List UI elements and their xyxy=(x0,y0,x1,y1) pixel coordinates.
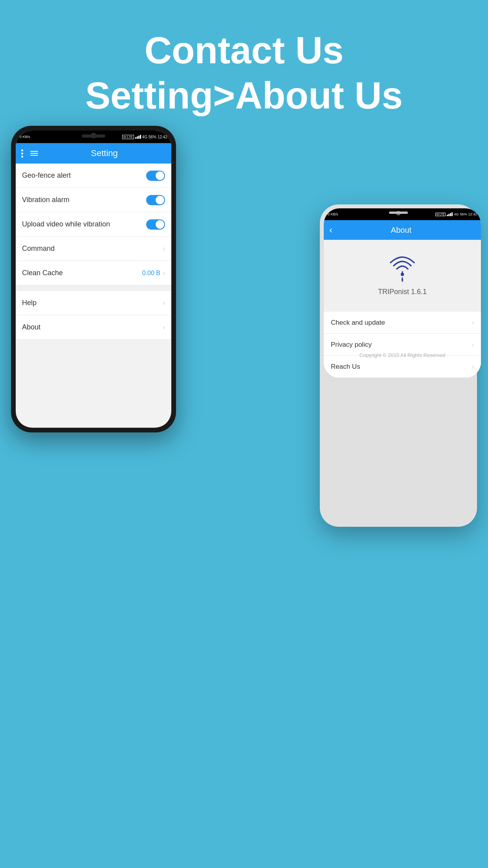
settings-list: Geo-fence alert Vibration alarm Upload v… xyxy=(16,164,171,285)
copyright-text: Copyright © 2015 All Rights Reserved xyxy=(324,344,481,366)
about-content: TRIPonist 1.6.1 xyxy=(324,240,481,312)
right-time: 12:42 xyxy=(468,212,477,216)
right-status-right: W·LTE 4G 56% 12:42 xyxy=(435,212,477,216)
left-lte-badge: W·LTE xyxy=(122,135,134,139)
geo-fence-toggle[interactable] xyxy=(146,171,165,181)
command-chevron: › xyxy=(163,245,165,253)
svg-point-1 xyxy=(401,273,404,276)
right-phone-speaker xyxy=(389,211,408,214)
header-line2: Setting>About Us xyxy=(0,73,488,118)
left-battery: 56% xyxy=(149,135,156,139)
left-phone-speaker xyxy=(82,134,105,138)
upload-video-toggle[interactable] xyxy=(146,219,165,230)
right-status-bar: 0 KB/s W·LTE 4G 56% 12:42 xyxy=(324,208,481,220)
right-lte-badge: W·LTE xyxy=(435,213,446,216)
vibration-alarm-toggle[interactable] xyxy=(146,195,165,205)
left-phone: 0 KB/s W·LTE 4G 56% 12:42 xyxy=(11,126,176,432)
right-phone: 0 KB/s W·LTE 4G 56% 12:42 ‹ Ab xyxy=(320,204,477,527)
hamburger-icon[interactable] xyxy=(30,151,38,156)
clean-cache-label: Clean Cache xyxy=(22,269,63,277)
app-version: TRIPonist 1.6.1 xyxy=(378,288,427,296)
cache-value: 0.00 B xyxy=(142,270,160,277)
right-status-data: 0 KB/s xyxy=(328,212,338,216)
setting-help[interactable]: Help › xyxy=(16,291,171,315)
setting-command[interactable]: Command › xyxy=(16,237,171,261)
left-app-bar: Setting xyxy=(16,143,171,164)
setting-geo-fence[interactable]: Geo-fence alert xyxy=(16,164,171,188)
right-app-title: About xyxy=(336,226,475,235)
upload-video-label: Upload video while vibration xyxy=(22,220,110,228)
left-status-data: 0 KB/s xyxy=(20,135,30,139)
check-update-chevron: › xyxy=(472,319,474,326)
clean-cache-value-group: 0.00 B › xyxy=(142,269,165,277)
right-4g: 4G xyxy=(454,212,459,216)
clean-cache-chevron: › xyxy=(163,269,165,277)
about-item-check-update[interactable]: Check and update › xyxy=(324,312,481,334)
setting-about[interactable]: About › xyxy=(16,315,171,340)
phones-container: 0 KB/s W·LTE 4G 56% 12:42 xyxy=(0,114,488,868)
help-about-list: Help › About › xyxy=(16,291,171,340)
setting-vibration-alarm[interactable]: Vibration alarm xyxy=(16,188,171,212)
right-app-bar: ‹ About xyxy=(324,220,481,240)
geo-fence-label: Geo-fence alert xyxy=(22,171,71,180)
command-label: Command xyxy=(22,245,55,253)
left-signal-bars xyxy=(135,135,141,139)
about-label: About xyxy=(22,323,40,331)
help-label: Help xyxy=(22,299,37,307)
right-signal-bars xyxy=(447,212,453,216)
setting-upload-video[interactable]: Upload video while vibration xyxy=(16,212,171,237)
section-divider-1 xyxy=(16,285,171,291)
left-app-title: Setting xyxy=(43,148,166,158)
setting-clean-cache[interactable]: Clean Cache 0.00 B › xyxy=(16,261,171,285)
check-update-label: Check and update xyxy=(331,319,385,327)
help-chevron: › xyxy=(163,299,165,307)
left-status-right: W·LTE 4G 56% 12:42 xyxy=(122,135,167,139)
vibration-alarm-label: Vibration alarm xyxy=(22,196,70,204)
dots-icon xyxy=(21,149,23,158)
about-chevron: › xyxy=(163,323,165,331)
left-4g: 4G xyxy=(142,135,147,139)
left-phone-screen: 0 KB/s W·LTE 4G 56% 12:42 xyxy=(16,131,171,428)
back-button[interactable]: ‹ xyxy=(329,224,332,235)
header-section: Contact Us Setting>About Us xyxy=(0,0,488,118)
left-time: 12:42 xyxy=(158,135,167,139)
header-line1: Contact Us xyxy=(0,28,488,73)
right-battery: 56% xyxy=(460,212,467,216)
app-logo-icon xyxy=(387,252,418,283)
right-phone-screen: 0 KB/s W·LTE 4G 56% 12:42 ‹ Ab xyxy=(324,208,481,378)
